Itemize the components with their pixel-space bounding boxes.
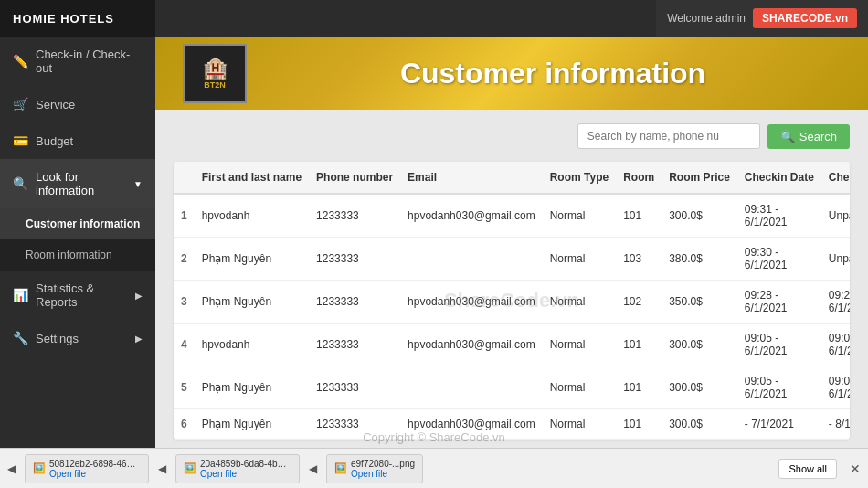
sidebar-item-customer[interactable]: Customer information	[0, 208, 155, 239]
cell-checkin: 09:30 - 6/1/2021	[737, 238, 821, 281]
search-button[interactable]: 🔍 Search	[767, 124, 850, 149]
search-button-label: Search	[799, 130, 837, 143]
cell-price: 380.0$	[662, 238, 737, 281]
cell-room: 101	[616, 409, 662, 440]
bottom-file-arrow-2[interactable]: ◀	[158, 462, 166, 475]
table-row[interactable]: 4 hpvodanh 1233333 hpvodanh030@gmail.com…	[174, 324, 850, 366]
app-title: HOMIE HOTELS	[13, 12, 114, 26]
cell-checkin: 09:05 - 6/1/2021	[737, 324, 821, 366]
sidebar-item-checkin-label: Check-in / Check-out	[36, 48, 143, 75]
cell-price: 350.0$	[662, 281, 737, 324]
cell-room: 103	[616, 238, 662, 281]
table-row[interactable]: 5 Phạm Nguyên 1233333 Normal 101 300.0$ …	[174, 366, 850, 409]
sidebar-item-look-label: Look for information	[36, 170, 126, 197]
col-phone: Phone number	[309, 162, 400, 194]
cell-price: 300.0$	[662, 324, 737, 366]
col-checkin: Checkin Date	[737, 162, 821, 194]
search-icon: 🔍	[780, 130, 795, 143]
search-input[interactable]	[577, 123, 760, 149]
look-icon: 🔍	[13, 176, 28, 191]
sidebar-item-settings-label: Settings	[36, 332, 79, 345]
table-row[interactable]: 1 hpvodanh 1233333 hpvodanh030@gmail.com…	[174, 194, 850, 238]
cell-email	[400, 238, 543, 281]
service-icon: 🛒	[13, 97, 28, 111]
sidebar-item-service-label: Service	[36, 98, 75, 111]
file-icon-1: 🖼️	[33, 462, 46, 474]
cell-checkout: 09:06 - 6/1/2021	[821, 324, 850, 366]
table-row[interactable]: 6 Phạm Nguyên 1233333 hpvodanh030@gmail.…	[174, 409, 850, 440]
sidebar-item-service[interactable]: 🛒 Service	[0, 86, 155, 122]
cell-phone: 1233333	[309, 366, 400, 409]
sidebar-customer-label: Customer information	[26, 217, 140, 230]
sidebar-item-statistics-label: Statistics & Reports	[36, 281, 128, 309]
cell-checkout: Unpaid	[821, 238, 850, 281]
sharecode-badge: SHARECODE.vn	[753, 8, 857, 28]
col-name: First and last name	[195, 162, 309, 194]
cell-checkout: - 8/1/2021	[821, 409, 850, 440]
bottom-file-3: 🖼️ e9f72080-...png Open file	[326, 454, 423, 483]
sidebar-item-room[interactable]: Room information	[0, 239, 155, 271]
open-file-2[interactable]: Open file	[200, 469, 291, 479]
show-all-button[interactable]: Show all	[778, 459, 837, 479]
cell-phone: 1233333	[309, 238, 400, 281]
sidebar-submenu: Customer information Room information	[0, 208, 155, 271]
table-header: First and last name Phone number Email R…	[174, 162, 850, 194]
cell-price: 300.0$	[662, 366, 737, 409]
main-content: ShareCode.vn 🔍 Search First and last nam…	[155, 110, 868, 484]
cell-email: hpvodanh030@gmail.com	[400, 194, 543, 238]
col-checkout: Checkout Date	[821, 162, 850, 194]
table-row[interactable]: 2 Phạm Nguyên 1233333 Normal 103 380.0$ …	[174, 238, 850, 281]
sidebar-item-look[interactable]: 🔍 Look for information ▼	[0, 159, 155, 208]
cell-email	[400, 366, 543, 409]
open-file-1[interactable]: Open file	[49, 469, 141, 479]
sidebar-item-budget[interactable]: 💳 Budget	[0, 122, 155, 159]
banner-logo-text: BT2N	[204, 80, 226, 90]
cell-phone: 1233333	[309, 409, 400, 440]
sidebar-item-settings[interactable]: 🔧 Settings ▶	[0, 320, 155, 356]
sidebar-item-statistics[interactable]: 📊 Statistics & Reports ▶	[0, 271, 155, 320]
table-header-row: First and last name Phone number Email R…	[174, 162, 850, 194]
cell-email: hpvodanh030@gmail.com	[400, 324, 543, 366]
bottom-file-arrow-3[interactable]: ◀	[309, 462, 317, 475]
bottom-bar: ◀ 🖼️ 50812eb2-6898-469...png Open file ◀…	[0, 448, 868, 488]
cell-roomtype: Normal	[543, 324, 616, 366]
cell-roomtype: Normal	[543, 238, 616, 281]
bottom-file-1: 🖼️ 50812eb2-6898-469...png Open file	[25, 454, 149, 483]
cell-room: 101	[616, 324, 662, 366]
bottom-file-arrow-1[interactable]: ◀	[7, 462, 16, 475]
sidebar-header: HOMIE HOTELS	[0, 0, 155, 37]
sidebar-room-label: Room information	[26, 249, 112, 261]
file-name-2: 20a4859b-6da8-4b3...png	[200, 459, 291, 469]
cell-num: 2	[174, 238, 195, 281]
sidebar-item-budget-label: Budget	[36, 134, 73, 148]
cell-checkout: 09:05 - 6/1/2021	[821, 366, 850, 409]
cell-phone: 1233333	[309, 194, 400, 238]
file-name-3: e9f72080-...png	[351, 459, 415, 469]
cell-num: 3	[174, 281, 195, 324]
banner-title: Customer information	[265, 57, 841, 90]
file-icon-3: 🖼️	[334, 462, 347, 474]
cell-name: Phạm Nguyên	[195, 238, 309, 281]
cell-checkin: 09:28 - 6/1/2021	[737, 281, 821, 324]
cell-num: 6	[174, 409, 195, 440]
building-icon: 🏨	[203, 57, 228, 80]
data-table: First and last name Phone number Email R…	[174, 162, 850, 440]
cell-roomtype: Normal	[543, 366, 616, 409]
cell-email: hpvodanh030@gmail.com	[400, 281, 543, 324]
cell-checkout: 09:28 - 6/1/2021	[821, 281, 850, 324]
open-file-3[interactable]: Open file	[351, 469, 415, 479]
top-right-bar: Welcome admin SHARECODE.vn	[656, 0, 868, 37]
cell-phone: 1233333	[309, 324, 400, 366]
cell-room: 102	[616, 281, 662, 324]
cell-name: Phạm Nguyên	[195, 281, 309, 324]
cell-checkout: Unpaid	[821, 194, 850, 238]
cell-roomtype: Normal	[543, 409, 616, 440]
budget-icon: 💳	[13, 133, 28, 148]
table-row[interactable]: 3 Phạm Nguyên 1233333 hpvodanh030@gmail.…	[174, 281, 850, 324]
col-room: Room	[616, 162, 662, 194]
cell-name: Phạm Nguyên	[195, 409, 309, 440]
settings-icon: 🔧	[13, 331, 28, 345]
sidebar-item-checkin[interactable]: ✏️ Check-in / Check-out	[0, 37, 155, 86]
cell-room: 101	[616, 194, 662, 238]
close-bottom-bar[interactable]: ✕	[850, 461, 861, 476]
